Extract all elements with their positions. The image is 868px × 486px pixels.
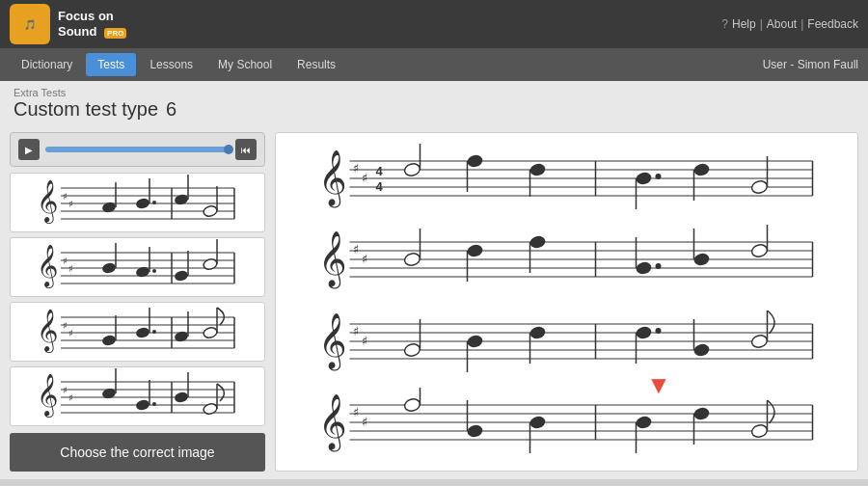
svg-point-93 bbox=[635, 171, 653, 186]
svg-text:♯: ♯ bbox=[353, 161, 359, 176]
svg-point-12 bbox=[152, 201, 156, 204]
nav-dictionary[interactable]: Dictionary bbox=[10, 53, 84, 76]
nav-user: User - Simon Faull bbox=[763, 58, 858, 71]
svg-point-34 bbox=[202, 257, 217, 270]
svg-point-88 bbox=[466, 153, 484, 169]
svg-point-113 bbox=[529, 234, 547, 250]
svg-point-136 bbox=[529, 325, 547, 340]
svg-text:♯: ♯ bbox=[68, 263, 73, 274]
svg-point-141 bbox=[656, 328, 662, 334]
svg-point-51 bbox=[173, 330, 188, 342]
page-title: Custom test type 6 bbox=[14, 98, 854, 121]
svg-text:♯: ♯ bbox=[63, 191, 68, 202]
music-option-4[interactable]: 𝄞 ♯ ♯ bbox=[10, 366, 265, 426]
svg-text:♯: ♯ bbox=[353, 405, 359, 419]
svg-text:♯: ♯ bbox=[362, 252, 367, 266]
svg-text:♯: ♯ bbox=[353, 324, 359, 338]
staff-row-2: 𝄞 ♯ ♯ bbox=[289, 225, 844, 299]
svg-point-86 bbox=[403, 162, 421, 177]
svg-point-67 bbox=[134, 398, 149, 411]
topbar: 🎵 Focus on Sound PRO ? Help | About | Fe… bbox=[0, 0, 868, 48]
svg-point-13 bbox=[173, 193, 188, 205]
svg-point-32 bbox=[173, 269, 188, 282]
svg-point-157 bbox=[466, 423, 484, 439]
music-option-2[interactable]: 𝄞 ♯ ♯ bbox=[10, 237, 265, 297]
svg-point-164 bbox=[692, 406, 711, 421]
svg-point-27 bbox=[100, 261, 116, 274]
feedback-link[interactable]: Feedback bbox=[807, 17, 858, 31]
choose-correct-image-button[interactable]: Choose the correct image bbox=[10, 433, 265, 472]
svg-point-166 bbox=[750, 423, 769, 439]
staff-row-4: ▼ 𝄞 ♯ ♯ bbox=[289, 388, 844, 462]
svg-point-111 bbox=[466, 243, 484, 258]
svg-point-10 bbox=[134, 197, 149, 209]
help-link[interactable]: Help bbox=[732, 17, 756, 31]
svg-text:♯: ♯ bbox=[68, 328, 73, 338]
top-right-links: ? Help | About | Feedback bbox=[721, 17, 858, 31]
svg-point-46 bbox=[100, 334, 116, 346]
audio-bar: ▶ ⏮ bbox=[10, 132, 265, 167]
svg-point-144 bbox=[750, 334, 769, 349]
svg-point-139 bbox=[635, 325, 653, 340]
nav-myschool[interactable]: My School bbox=[206, 53, 284, 76]
svg-point-70 bbox=[173, 391, 188, 403]
svg-point-134 bbox=[466, 334, 484, 349]
svg-point-142 bbox=[692, 342, 711, 358]
help-icon: ? bbox=[721, 17, 728, 31]
svg-text:♯: ♯ bbox=[353, 242, 359, 256]
about-link[interactable]: About bbox=[767, 17, 797, 31]
svg-text:𝄞: 𝄞 bbox=[318, 394, 347, 452]
nav-results[interactable]: Results bbox=[285, 53, 347, 76]
svg-point-121 bbox=[750, 243, 769, 258]
left-panel: ▶ ⏮ 𝄞 ♯ ♯ bbox=[10, 132, 265, 472]
svg-point-119 bbox=[692, 252, 711, 267]
svg-text:𝄞: 𝄞 bbox=[318, 150, 347, 208]
svg-text:𝄞: 𝄞 bbox=[37, 373, 58, 418]
svg-point-31 bbox=[152, 269, 156, 273]
music-option-3[interactable]: 𝄞 ♯ ♯ bbox=[10, 302, 265, 362]
right-panel: 𝄞 ♯ ♯ 4 4 bbox=[275, 132, 858, 472]
music-option-1[interactable]: 𝄞 ♯ ♯ bbox=[10, 173, 265, 232]
play-button[interactable]: ▶ bbox=[18, 139, 40, 160]
svg-text:♯: ♯ bbox=[68, 199, 73, 209]
logo-area: 🎵 Focus on Sound PRO bbox=[10, 4, 126, 44]
staff-row-1: 𝄞 ♯ ♯ 4 4 bbox=[289, 143, 844, 217]
svg-point-132 bbox=[403, 342, 421, 358]
main-content: ▶ ⏮ 𝄞 ♯ ♯ bbox=[0, 124, 868, 479]
breadcrumb: Extra Tests bbox=[14, 87, 854, 98]
svg-point-29 bbox=[134, 265, 149, 278]
nav-lessons[interactable]: Lessons bbox=[138, 53, 204, 76]
nav-tests[interactable]: Tests bbox=[86, 53, 136, 76]
svg-point-8 bbox=[100, 201, 116, 213]
answer-arrow: ▼ bbox=[646, 370, 671, 400]
audio-progress-bar[interactable] bbox=[45, 147, 230, 152]
svg-text:𝄞: 𝄞 bbox=[318, 313, 347, 371]
svg-point-72 bbox=[202, 402, 217, 415]
svg-point-96 bbox=[692, 162, 711, 177]
audio-end-button[interactable]: ⏮ bbox=[235, 139, 257, 160]
content-header: Extra Tests Custom test type 6 1 2 3 4 E… bbox=[0, 81, 868, 124]
staff-row-3: 𝄞 ♯ ♯ bbox=[289, 306, 844, 380]
svg-point-98 bbox=[750, 179, 769, 195]
svg-text:♯: ♯ bbox=[362, 171, 367, 185]
svg-text:𝄞: 𝄞 bbox=[37, 244, 58, 289]
svg-text:♯: ♯ bbox=[63, 256, 68, 266]
svg-text:𝄞: 𝄞 bbox=[318, 231, 347, 289]
svg-point-109 bbox=[403, 252, 421, 267]
svg-point-48 bbox=[134, 326, 149, 338]
svg-text:4: 4 bbox=[376, 179, 384, 194]
svg-point-162 bbox=[635, 415, 653, 430]
svg-point-95 bbox=[656, 174, 662, 179]
logo-text: Focus on Sound PRO bbox=[58, 9, 126, 39]
svg-point-53 bbox=[202, 326, 217, 338]
svg-point-15 bbox=[202, 204, 217, 217]
top-links: ? Help | About | Feedback bbox=[721, 17, 858, 31]
nav-bar: Dictionary Tests Lessons My School Resul… bbox=[0, 48, 868, 81]
svg-point-90 bbox=[529, 162, 547, 177]
svg-point-69 bbox=[152, 402, 156, 406]
svg-text:♯: ♯ bbox=[63, 385, 68, 395]
svg-text:𝄞: 𝄞 bbox=[37, 309, 58, 354]
logo-icon: 🎵 bbox=[10, 4, 50, 44]
svg-text:𝄞: 𝄞 bbox=[37, 179, 58, 225]
svg-point-65 bbox=[100, 387, 116, 399]
